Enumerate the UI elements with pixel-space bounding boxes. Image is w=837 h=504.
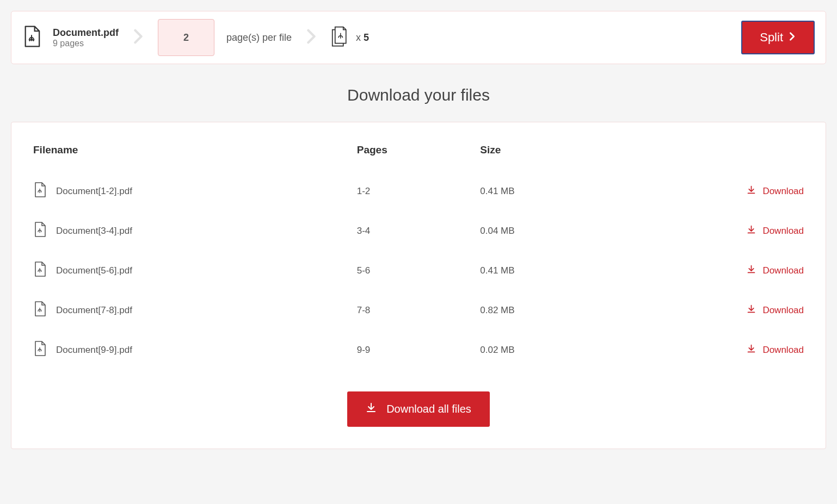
page-title: Download your files (11, 86, 826, 104)
download-link[interactable]: Download (650, 185, 804, 197)
header-size: Size (480, 144, 650, 171)
header-filename: Filename (33, 144, 357, 171)
file-name: Document[1-2].pdf (56, 186, 132, 197)
file-name: Document[9-9].pdf (56, 345, 132, 356)
download-label: Download (762, 226, 804, 237)
file-size: 0.04 MB (480, 211, 650, 251)
download-label: Download (762, 186, 804, 197)
split-button[interactable]: Split (741, 21, 815, 54)
output-count: x 5 (331, 26, 369, 49)
pdf-stack-icon (331, 26, 352, 49)
table-row: Document[3-4].pdf3-40.04 MBDownload (33, 211, 804, 251)
pdf-icon (33, 182, 46, 200)
pdf-icon (33, 222, 46, 240)
per-file-label: page(s) per file (226, 32, 292, 43)
download-link[interactable]: Download (650, 225, 804, 237)
file-pages: 9-9 (357, 330, 481, 370)
file-pages: 1-2 (357, 171, 481, 211)
header-pages: Pages (357, 144, 481, 171)
file-size: 0.41 MB (480, 171, 650, 211)
split-button-label: Split (760, 30, 783, 45)
table-row: Document[5-6].pdf5-60.41 MBDownload (33, 251, 804, 290)
split-config-bar: Document.pdf 9 pages page(s) per file x … (11, 11, 826, 64)
document-page-count: 9 pages (53, 39, 119, 48)
pages-per-file-input[interactable] (158, 19, 214, 56)
document-info: Document.pdf 9 pages (53, 27, 119, 48)
table-row: Document[7-8].pdf7-80.82 MBDownload (33, 290, 804, 330)
download-link[interactable]: Download (650, 265, 804, 277)
download-label: Download (762, 265, 804, 276)
pdf-icon (33, 262, 46, 279)
download-all-button[interactable]: Download all files (347, 391, 490, 427)
download-link[interactable]: Download (650, 304, 804, 316)
download-all-label: Download all files (386, 403, 471, 415)
pdf-icon (33, 301, 46, 319)
file-pages: 3-4 (357, 211, 481, 251)
download-label: Download (762, 345, 804, 356)
download-label: Download (762, 305, 804, 316)
files-card: Filename Pages Size Document[1-2].pdf1-2… (11, 122, 826, 449)
document-name: Document.pdf (53, 27, 119, 39)
download-icon (366, 402, 377, 416)
file-pages: 7-8 (357, 290, 481, 330)
chevron-right-icon (306, 29, 317, 46)
file-name: Document[5-6].pdf (56, 265, 132, 276)
download-icon (747, 185, 756, 197)
file-name: Document[3-4].pdf (56, 226, 132, 237)
pdf-icon (33, 341, 46, 359)
file-name: Document[7-8].pdf (56, 305, 132, 316)
table-row: Document[9-9].pdf9-90.02 MBDownload (33, 330, 804, 370)
pdf-icon (22, 26, 41, 49)
chevron-right-icon (133, 29, 144, 46)
file-size: 0.02 MB (480, 330, 650, 370)
file-pages: 5-6 (357, 251, 481, 290)
download-icon (747, 344, 756, 356)
download-link[interactable]: Download (650, 344, 804, 356)
chevron-right-icon (789, 30, 796, 45)
file-size: 0.82 MB (480, 290, 650, 330)
download-icon (747, 265, 756, 277)
table-row: Document[1-2].pdf1-20.41 MBDownload (33, 171, 804, 211)
output-count-label: x 5 (356, 32, 369, 43)
file-size: 0.41 MB (480, 251, 650, 290)
files-table: Filename Pages Size Document[1-2].pdf1-2… (33, 144, 804, 370)
download-icon (747, 225, 756, 237)
download-icon (747, 304, 756, 316)
